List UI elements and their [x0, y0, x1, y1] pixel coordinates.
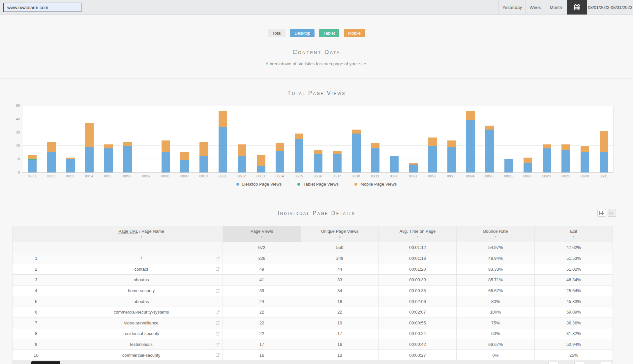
rank-cell: 5 [13, 296, 60, 307]
bar-segment-mobile [199, 142, 208, 157]
device-filter-tablet[interactable]: Tablet [319, 29, 339, 37]
column-header-unique-page-views[interactable]: Unique Page Views∧ [301, 226, 379, 242]
x-axis-tick-label: 08/29 [556, 174, 575, 178]
x-axis-tick-label: 08/20 [385, 174, 403, 178]
stacked-bar-08/10 [199, 106, 208, 172]
table-row: 5aboutus241600:02:0680%45.83% [13, 296, 613, 307]
range-yesterday-button[interactable]: Yesterday [498, 0, 526, 15]
analytics-page: Yesterday Week Month [0, 0, 633, 364]
page-views-cell: 39 [223, 285, 301, 296]
stacked-bar-08/20 [390, 106, 399, 172]
column-header-avg-time-on-page[interactable]: Avg. Time on Page∧ [379, 226, 457, 242]
external-link-icon[interactable] [215, 267, 220, 271]
page-views-cell: 17 [223, 339, 301, 350]
x-axis-tick-label: 08/24 [461, 174, 479, 178]
legend-item-tablet[interactable]: Tablet Page Views [297, 182, 339, 187]
stacked-bar-08/26 [504, 106, 513, 172]
rank-cell: 3 [13, 275, 60, 286]
bar-segment-mobile [485, 126, 494, 130]
bar-segment-desktop [104, 148, 113, 172]
device-filter-desktop[interactable]: Desktop [290, 29, 315, 37]
external-link-icon[interactable] [215, 256, 220, 261]
page-cell: residential-security [60, 328, 223, 339]
bar-segment-mobile [219, 111, 227, 127]
x-axis-tick-label: 08/01 [23, 174, 41, 178]
y-axis-tick-label: 30 [10, 131, 20, 134]
stacked-bar-08/07 [142, 106, 151, 172]
bar-segment-mobile [295, 134, 303, 139]
stacked-bar-08/02 [47, 106, 56, 172]
rank-cell: 9 [13, 339, 60, 350]
column-header-label: Exit [535, 229, 613, 234]
legend-dot-icon [236, 183, 239, 186]
bar-segment-mobile [409, 163, 418, 165]
device-filter-mobile[interactable]: Mobile [344, 29, 365, 37]
page-details-table: Page URL / Page Name∧Page Views∨Unique P… [12, 226, 613, 361]
pagination-button[interactable] [574, 362, 585, 364]
legend-item-mobile[interactable]: Mobile Page Views [354, 182, 397, 187]
x-axis-tick-label: 08/06 [118, 174, 136, 178]
stacked-bar-08/23 [447, 106, 456, 172]
external-link-icon[interactable] [215, 310, 220, 315]
bounce-rate-cell: 83.33% [457, 264, 535, 275]
page-views-cell: 24 [223, 296, 301, 307]
pagination-button[interactable] [548, 362, 559, 364]
x-axis-tick-label: 08/23 [442, 174, 461, 178]
column-header-label: Avg. Time on Page [379, 229, 456, 234]
page-views-cell: 49 [223, 264, 301, 275]
external-link-icon[interactable] [215, 320, 220, 325]
column-header-exit[interactable]: Exit∧ [535, 226, 613, 242]
page-views-cell: 41 [223, 275, 301, 286]
summary-cell [60, 242, 223, 253]
bounce-rate-cell: 85.71% [457, 275, 535, 286]
calendar-button[interactable] [567, 0, 587, 15]
page-url-sort-link[interactable]: Page URL [118, 229, 138, 234]
external-link-icon[interactable] [215, 342, 220, 347]
y-axis-tick-label: 0 [10, 171, 20, 174]
bar-segment-desktop [352, 134, 361, 172]
bar-segment-desktop [123, 146, 132, 172]
column-header-page-url-page-name[interactable]: Page URL / Page Name∧ [60, 226, 223, 242]
device-filter-total[interactable]: Total [268, 29, 286, 37]
sort-desc-icon: ∨ [223, 235, 301, 239]
table-view-button[interactable] [597, 209, 606, 217]
stacked-bar-08/21 [409, 106, 418, 172]
bar-segment-mobile [561, 144, 570, 150]
bar-segment-desktop [47, 152, 56, 172]
range-week-button[interactable]: Week [526, 0, 545, 15]
bar-segment-desktop [447, 147, 456, 172]
x-axis-tick-label: 08/28 [537, 174, 556, 178]
bar-segment-desktop [219, 127, 227, 172]
external-link-icon[interactable] [215, 331, 220, 336]
page-cell: aboutus [60, 275, 223, 286]
date-range-label: 08/01/2022-08/31/2022 [587, 0, 633, 15]
divider [0, 199, 633, 199]
table-row: 9testimonials171600:00:4266.67%52.94% [13, 339, 613, 350]
bar-segment-mobile [333, 151, 342, 154]
summary-cell: 00:01:12 [379, 242, 457, 253]
bar-segment-mobile [180, 152, 189, 160]
bar-segment-desktop [409, 165, 418, 172]
pagination-button[interactable] [601, 362, 611, 364]
page-views-cell: 16 [223, 350, 301, 361]
site-url-input[interactable] [3, 3, 81, 12]
bounce-rate-cell: 66.67% [457, 339, 535, 350]
table-row: 7video-surveillance221900:00:5575%36.36% [13, 318, 613, 328]
column-header-page-views[interactable]: Page Views∨ [223, 226, 301, 242]
range-month-button[interactable]: Month [545, 0, 567, 15]
chart-view-button[interactable] [608, 209, 616, 217]
bar-segment-mobile [581, 146, 589, 152]
legend-item-desktop[interactable]: Desktop Page Views [236, 182, 282, 187]
exit-cell: 36.36% [535, 318, 613, 328]
bar-segment-mobile [47, 142, 56, 152]
external-link-icon[interactable] [215, 353, 220, 357]
stacked-bar-08/13 [257, 106, 265, 172]
column-header-bounce-rate[interactable]: Bounce Rate∧ [457, 226, 535, 242]
table-row: 8residential-security221700:00:2450%31.8… [13, 328, 613, 339]
stacked-bar-08/15 [295, 106, 303, 172]
stacked-bar-08/16 [314, 106, 322, 172]
external-link-icon[interactable] [215, 288, 220, 293]
exit-cell: 51.02% [535, 264, 613, 275]
bar-segment-desktop [66, 159, 75, 172]
bar-segment-mobile [314, 150, 322, 154]
